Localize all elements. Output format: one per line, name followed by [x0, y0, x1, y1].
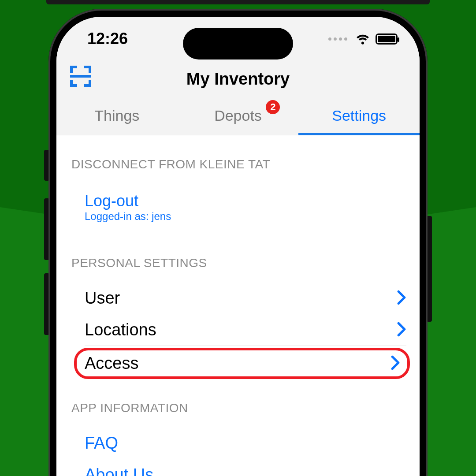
chevron-right-icon	[397, 322, 406, 338]
nav-header: My Inventory	[56, 61, 420, 97]
top-decor-bar	[46, 0, 430, 4]
chevron-right-icon	[390, 355, 400, 372]
row-about[interactable]: About Us	[85, 459, 406, 476]
dynamic-island	[183, 28, 293, 60]
row-label: FAQ	[85, 434, 118, 453]
tab-things[interactable]: Things	[56, 97, 178, 135]
logout-title: Log-out	[85, 192, 406, 210]
battery-icon	[376, 33, 398, 45]
row-label: Access	[85, 354, 138, 373]
section-header-personal: PERSONAL SETTINGS	[56, 234, 420, 279]
row-user[interactable]: User	[85, 283, 406, 314]
section-header-appinfo: APP INFORMATION	[56, 379, 420, 424]
row-label: User	[85, 289, 120, 308]
chevron-right-icon	[397, 290, 406, 307]
phone-screen: 12:26	[56, 17, 420, 476]
logout-row[interactable]: Log-out Logged-in as: jens	[56, 180, 420, 234]
tab-bar: Things Depots 2 Settings	[56, 97, 420, 135]
scan-icon[interactable]	[70, 65, 92, 87]
logout-subtitle: Logged-in as: jens	[85, 210, 406, 223]
page-title: My Inventory	[70, 70, 406, 97]
phone-frame: 12:26	[48, 9, 428, 476]
row-access-highlighted[interactable]: Access	[74, 348, 410, 379]
personal-settings-list: User Locations Access	[56, 279, 420, 379]
tab-label: Settings	[332, 107, 386, 124]
tab-label: Things	[94, 107, 139, 124]
status-right	[328, 33, 398, 45]
settings-content: DISCONNECT FROM KLEINE TAT Log-out Logge…	[56, 135, 420, 476]
tab-depots[interactable]: Depots 2	[178, 97, 299, 135]
app-info-list: FAQ About Us	[56, 424, 420, 476]
wifi-icon	[355, 33, 370, 45]
row-label: About Us	[85, 465, 153, 476]
tab-settings[interactable]: Settings	[298, 97, 420, 135]
section-header-disconnect: DISCONNECT FROM KLEINE TAT	[56, 135, 420, 180]
row-label: Locations	[85, 320, 156, 339]
depots-badge: 2	[266, 100, 280, 114]
tab-label: Depots	[214, 107, 262, 124]
status-time: 12:26	[87, 30, 128, 48]
row-faq[interactable]: FAQ	[85, 428, 406, 459]
cell-signal-dots-icon	[328, 37, 347, 41]
row-locations[interactable]: Locations	[85, 314, 406, 346]
